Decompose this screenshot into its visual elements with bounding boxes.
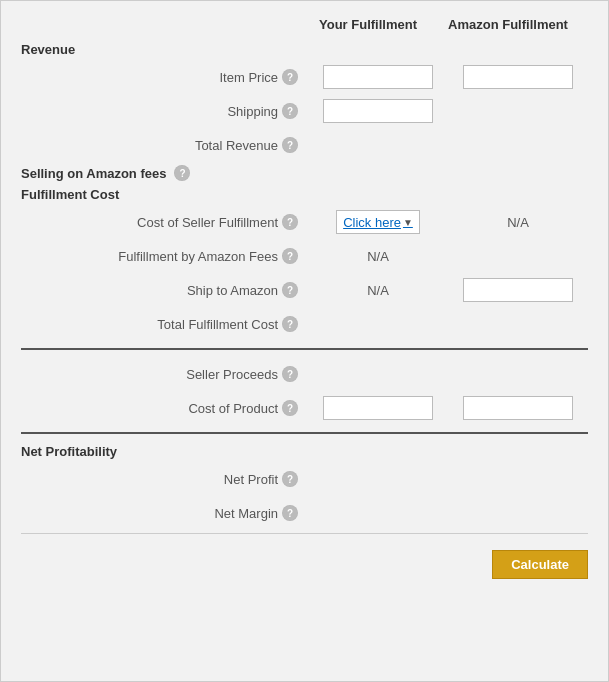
row-cost-seller-fulfillment: Cost of Seller Fulfillment ? Click here …	[21, 208, 588, 236]
input-col-shipping-your	[308, 99, 448, 123]
na-fba-your: N/A	[308, 249, 448, 264]
info-icon-item-price[interactable]: ?	[282, 69, 298, 85]
label-net-margin: Net Margin ?	[21, 505, 308, 521]
input-item-price-your[interactable]	[323, 65, 433, 89]
input-ship-to-amazon[interactable]	[463, 278, 573, 302]
label-net-profit: Net Profit ?	[21, 471, 308, 487]
info-icon-total-revenue[interactable]: ?	[282, 137, 298, 153]
divider-2	[21, 432, 588, 434]
row-total-revenue: Total Revenue ?	[21, 131, 588, 159]
divider-3	[21, 533, 588, 534]
inputs-cost-seller: Click here ▼ N/A	[308, 210, 588, 234]
info-icon-net-profit[interactable]: ?	[282, 471, 298, 487]
info-icon-ship-to-amazon[interactable]: ?	[282, 282, 298, 298]
info-icon-shipping[interactable]: ?	[282, 103, 298, 119]
calculate-row: Calculate	[21, 550, 588, 579]
row-shipping: Shipping ?	[21, 97, 588, 125]
section-revenue: Revenue	[21, 42, 588, 57]
input-cost-product-amazon[interactable]	[463, 396, 573, 420]
input-shipping-your[interactable]	[323, 99, 433, 123]
input-col-ship-amazon	[448, 278, 588, 302]
label-shipping: Shipping ?	[21, 103, 308, 119]
click-here-cell: Click here ▼	[308, 210, 448, 234]
label-item-price: Item Price ?	[21, 69, 308, 85]
section-selling-fees: Selling on Amazon fees ?	[21, 165, 588, 181]
label-seller-proceeds: Seller Proceeds ?	[21, 366, 308, 382]
row-cost-of-product: Cost of Product ?	[21, 394, 588, 422]
na-cost-seller-amazon: N/A	[448, 215, 588, 230]
calculate-button[interactable]: Calculate	[492, 550, 588, 579]
info-icon-cost-seller[interactable]: ?	[282, 214, 298, 230]
info-icon-total-fulfillment[interactable]: ?	[282, 316, 298, 332]
label-cost-of-product: Cost of Product ?	[21, 400, 308, 416]
input-col-item-price-your	[308, 65, 448, 89]
info-icon-seller-proceeds[interactable]: ?	[282, 366, 298, 382]
info-icon-net-margin[interactable]: ?	[282, 505, 298, 521]
inputs-shipping	[308, 99, 588, 123]
dropdown-arrow-icon: ▼	[403, 217, 413, 228]
calculator-container: Your Fulfillment Amazon Fulfillment Reve…	[0, 0, 609, 682]
header-your-fulfillment: Your Fulfillment	[298, 17, 438, 32]
info-icon-fba-fees[interactable]: ?	[282, 248, 298, 264]
input-col-cost-product-amazon	[448, 396, 588, 420]
row-fba-fees: Fulfillment by Amazon Fees ? N/A	[21, 242, 588, 270]
inputs-ship-to-amazon: N/A	[308, 278, 588, 302]
label-total-revenue: Total Revenue ?	[21, 137, 308, 153]
label-ship-to-amazon: Ship to Amazon ?	[21, 282, 308, 298]
input-cost-product-your[interactable]	[323, 396, 433, 420]
row-total-fulfillment-cost: Total Fulfillment Cost ?	[21, 310, 588, 338]
na-ship-your: N/A	[308, 283, 448, 298]
label-cost-seller-fulfillment: Cost of Seller Fulfillment ?	[21, 214, 308, 230]
info-icon-cost-product[interactable]: ?	[282, 400, 298, 416]
label-fba-fees: Fulfillment by Amazon Fees ?	[21, 248, 308, 264]
info-icon-selling-fees[interactable]: ?	[174, 165, 190, 181]
row-ship-to-amazon: Ship to Amazon ? N/A	[21, 276, 588, 304]
label-total-fulfillment-cost: Total Fulfillment Cost ?	[21, 316, 308, 332]
divider-1	[21, 348, 588, 350]
row-seller-proceeds: Seller Proceeds ?	[21, 360, 588, 388]
section-fulfillment-cost: Fulfillment Cost	[21, 187, 588, 202]
inputs-item-price	[308, 65, 588, 89]
section-net-profitability: Net Profitability	[21, 444, 588, 459]
inputs-cost-product	[308, 396, 588, 420]
row-item-price: Item Price ?	[21, 63, 588, 91]
header-row: Your Fulfillment Amazon Fulfillment	[21, 17, 588, 32]
header-amazon-fulfillment: Amazon Fulfillment	[438, 17, 578, 32]
input-col-item-price-amazon	[448, 65, 588, 89]
click-here-button[interactable]: Click here ▼	[336, 210, 420, 234]
row-net-margin: Net Margin ?	[21, 499, 588, 527]
input-item-price-amazon[interactable]	[463, 65, 573, 89]
input-col-cost-product-your	[308, 396, 448, 420]
row-net-profit: Net Profit ?	[21, 465, 588, 493]
inputs-fba-fees: N/A	[308, 249, 588, 264]
